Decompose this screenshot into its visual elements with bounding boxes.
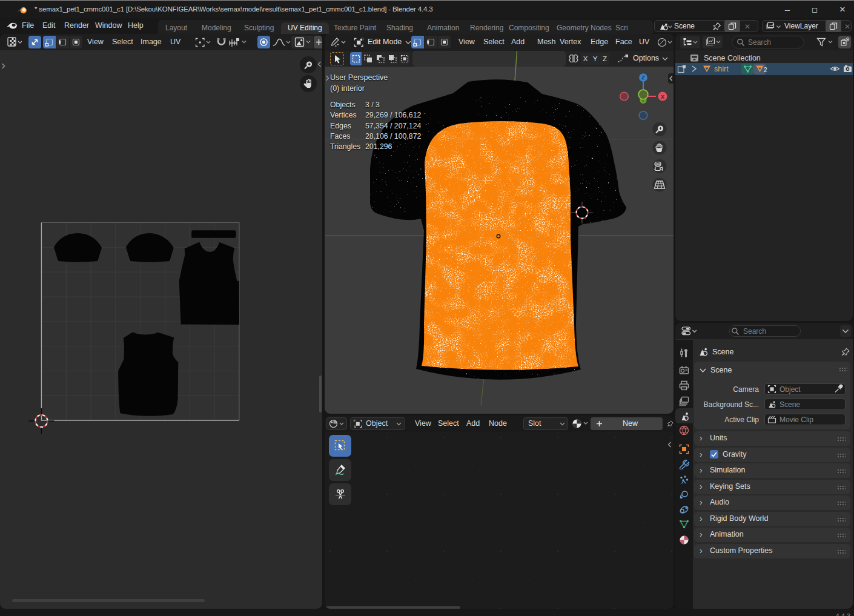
svg-text:Z: Z: [641, 75, 645, 81]
svg-text:X: X: [661, 94, 664, 100]
